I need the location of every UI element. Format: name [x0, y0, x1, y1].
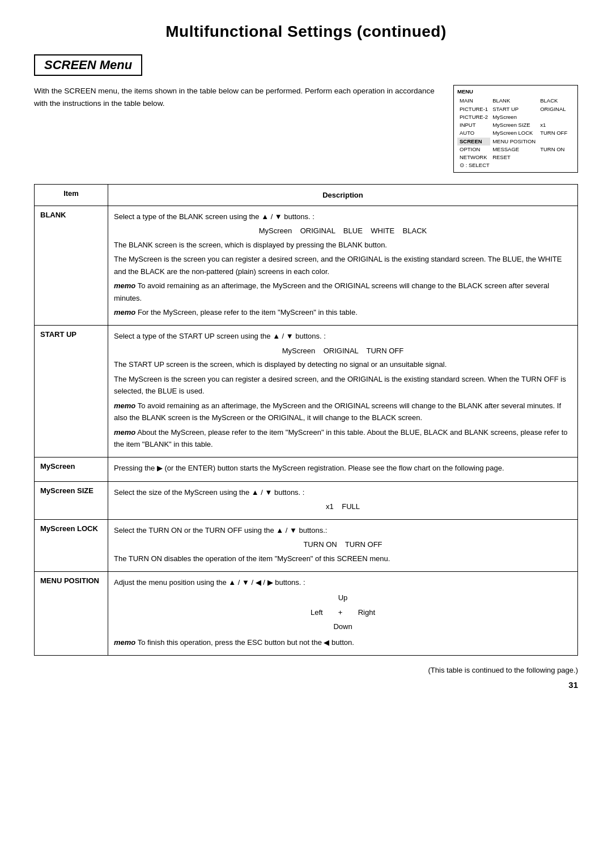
page-number: 31	[34, 680, 578, 690]
table-row: MyScreen SIZE Select the size of the MyS…	[35, 481, 578, 519]
item-myscreen: MyScreen	[35, 457, 108, 481]
col-header-description: Description	[108, 184, 578, 206]
item-myscreen-size: MyScreen SIZE	[35, 481, 108, 519]
item-blank: BLANK	[35, 206, 108, 326]
table-row: START UP Select a type of the START UP s…	[35, 326, 578, 457]
intro-area: With the SCREEN menu, the items shown in…	[34, 85, 578, 173]
footer-note: (This table is continued to the followin…	[34, 666, 578, 674]
main-table: Item Description BLANK Select a type of …	[34, 184, 578, 656]
desc-myscreen-size: Select the size of the MyScreen using th…	[108, 481, 578, 519]
col-header-item: Item	[35, 184, 108, 206]
section-header: SCREEN Menu	[34, 54, 142, 76]
item-menu-position: MENU POSITION	[35, 572, 108, 656]
page-title: Multifunctional Settings (continued)	[34, 23, 578, 41]
desc-blank: Select a type of the BLANK screen using …	[108, 206, 578, 326]
item-myscreen-lock: MyScreen LOCK	[35, 519, 108, 571]
menu-diagram-table: MAINBLANKBLACK PICTURE-1START UPORIGINAL…	[457, 97, 570, 169]
intro-text: With the SCREEN menu, the items shown in…	[34, 85, 436, 109]
table-row: MyScreen Pressing the ▶ (or the ENTER) b…	[35, 457, 578, 481]
menu-pos-diagram: Up Left + Right Down	[114, 592, 572, 632]
desc-myscreen-lock: Select the TURN ON or the TURN OFF using…	[108, 519, 578, 571]
desc-startup: Select a type of the START UP screen usi…	[108, 326, 578, 457]
table-row: MENU POSITION Adjust the menu position u…	[35, 572, 578, 656]
item-startup: START UP	[35, 326, 108, 457]
menu-diagram: MENU MAINBLANKBLACK PICTURE-1START UPORI…	[453, 85, 578, 173]
table-row: MyScreen LOCK Select the TURN ON or the …	[35, 519, 578, 571]
desc-myscreen: Pressing the ▶ (or the ENTER) button sta…	[108, 457, 578, 481]
desc-menu-position: Adjust the menu position using the ▲ / ▼…	[108, 572, 578, 656]
table-row: BLANK Select a type of the BLANK screen …	[35, 206, 578, 326]
menu-diagram-title: MENU	[457, 88, 574, 96]
